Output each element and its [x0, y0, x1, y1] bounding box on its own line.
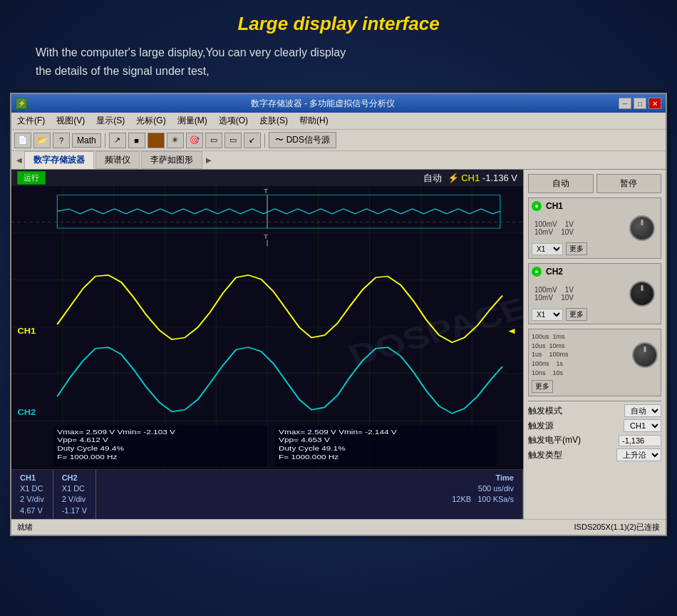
minimize-button[interactable]: ─	[619, 98, 631, 109]
trigger-source-select[interactable]: CH1	[624, 419, 661, 432]
ch1-dot: ●	[532, 201, 542, 211]
auto-button[interactable]: 自动	[528, 174, 594, 193]
ch2-info-detail: X1 DC	[62, 483, 87, 494]
time-row3: 1us 100ms	[532, 350, 569, 359]
tab-next[interactable]: ▶	[204, 156, 214, 164]
svg-text:Duty Cycle 49.1%: Duty Cycle 49.1%	[279, 445, 346, 452]
tb-box2-icon[interactable]: ▭	[224, 133, 242, 148]
tb-help-icon[interactable]: ?	[53, 133, 70, 148]
title-bar: ⚡ 数字存储波器 - 多功能虚拟信号分析仪 ─ □ ✕	[11, 94, 666, 113]
status-bar: 就绪 ISDS205X(1.1)(2)已连接	[11, 519, 666, 535]
right-panel: 自动 暂停 ● CH1 100mV 1V 10mV 10V	[523, 170, 666, 519]
osc-display: 运行 自动 ⚡ CH1 -1.136 V	[11, 170, 523, 519]
svg-text:F= 1000.000 Hz: F= 1000.000 Hz	[279, 453, 338, 460]
osc-svg-container: T CH1 CH2 T Vmax	[11, 186, 523, 468]
ch1-vdiv: 2 V/div	[20, 494, 44, 505]
menu-skin[interactable]: 皮肤(S)	[257, 114, 291, 128]
ch1-info-label: CH1	[20, 473, 44, 483]
ch2-knob[interactable]	[629, 281, 655, 307]
running-badge: 运行	[17, 171, 46, 185]
osc-svg: T CH1 CH2 T Vmax	[11, 186, 523, 468]
bottom-info-bar: CH1 X1 DC 2 V/div 4.67 V CH2 X1 DC 2 V/d…	[11, 469, 523, 520]
ch1-knob-labels: 100mV 1V 10mV 10V	[534, 220, 574, 236]
tb-cursor-icon[interactable]: ↗	[109, 133, 126, 148]
math-button[interactable]: Math	[72, 133, 101, 148]
ch1-info: CH1 X1 DC 2 V/div 4.67 V	[11, 470, 53, 520]
main-content: 运行 自动 ⚡ CH1 -1.136 V	[11, 170, 666, 519]
ch2-row: X1X10 更多	[532, 308, 658, 321]
osc-status: 自动 ⚡ CH1 -1.136 V	[423, 172, 517, 185]
ch1-row: X1X10 更多	[532, 242, 658, 255]
header-section: Large display interface With the compute…	[0, 0, 677, 87]
ch1-label: CH1	[546, 201, 563, 211]
svg-text:Vmax= 2.509 V  Vmin= -2.144 V: Vmax= 2.509 V Vmin= -2.144 V	[279, 428, 398, 435]
trigger-level-input[interactable]	[619, 435, 661, 446]
menu-display[interactable]: 显示(S)	[93, 114, 128, 128]
subtitle-line1: With the computer's large display,You ca…	[36, 46, 346, 58]
tab-lissajous[interactable]: 李萨如图形	[141, 151, 202, 169]
ch1-knob[interactable]	[629, 215, 655, 241]
svg-text:CH2: CH2	[18, 409, 36, 416]
dds-label: DDS信号源	[286, 134, 330, 146]
svg-text:Duty Cycle 49.4%: Duty Cycle 49.4%	[57, 445, 124, 452]
toolbar: 📄 📂 ? Math ↗ ■ ✳ 🎯 ▭ ▭ ↙ 〜 DDS信号源	[11, 130, 666, 151]
tb-open-icon[interactable]: 📂	[33, 133, 51, 148]
tb-box1-icon[interactable]: ▭	[205, 133, 222, 148]
maximize-button[interactable]: □	[634, 98, 646, 109]
window-title: 数字存储波器 - 多功能虚拟信号分析仪	[27, 98, 619, 110]
time-knob-area: 100us 1ms 10us 10ms 1us 100ms 100ns 1s 1…	[532, 332, 658, 377]
ch1-select[interactable]: X1X10	[532, 243, 563, 255]
trigger-level-row: 触发电平(mV)	[528, 434, 661, 446]
tab-spectrum[interactable]: 频谱仪	[95, 151, 140, 169]
trigger-source-label: 触发源	[528, 420, 554, 432]
time-row5: 10ns 10s	[532, 369, 569, 378]
tab-prev[interactable]: ◀	[14, 156, 24, 164]
tb-new-icon[interactable]: 📄	[14, 133, 31, 148]
ch2-select[interactable]: X1X10	[532, 309, 563, 321]
dds-wave-icon: 〜	[275, 134, 284, 146]
app-icon: ⚡	[16, 98, 27, 109]
tb-arrow-icon[interactable]: ↙	[244, 133, 261, 148]
tab-oscilloscope[interactable]: 数字存储波器	[24, 151, 94, 169]
menu-file[interactable]: 文件(F)	[14, 114, 48, 128]
menu-view[interactable]: 视图(V)	[53, 114, 88, 128]
ch1-range-top: 100mV 1V	[534, 220, 574, 228]
tb-stop-icon[interactable]: ■	[128, 133, 145, 148]
status-left: 就绪	[17, 522, 33, 533]
subtitle-line2: the details of the signal under test,	[36, 65, 210, 77]
ch2-section: ● CH2 100mV 1V 10mV 10V X1X10	[528, 263, 661, 324]
trigger-level-label: 触发电平(mV)	[528, 434, 581, 446]
tb-target-icon[interactable]: 🎯	[186, 133, 203, 148]
menu-cursor[interactable]: 光标(G)	[133, 114, 168, 128]
svg-text:Vpp= 4.612 V: Vpp= 4.612 V	[57, 436, 109, 443]
toolbar-separator2	[264, 133, 265, 148]
trigger-type-select[interactable]: 上升沿	[616, 448, 661, 461]
menu-options[interactable]: 选项(O)	[216, 114, 251, 128]
ch2-dot: ●	[532, 267, 542, 277]
trigger-section: 触发模式 自动 触发源 CH1 触发电平(mV)	[528, 401, 661, 463]
tb-star-icon[interactable]: ✳	[167, 133, 184, 148]
tab-bar: ◀ 数字存储波器 频谱仪 李萨如图形 ▶	[11, 151, 666, 170]
time-knob[interactable]	[632, 342, 658, 368]
trigger-mode-label: 触发模式	[528, 405, 562, 417]
time-more-button[interactable]: 更多	[532, 380, 553, 393]
ch2-range-top: 100mV 1V	[534, 286, 574, 294]
ch2-more-button[interactable]: 更多	[566, 308, 587, 321]
ch1-info-detail: X1 DC	[20, 483, 44, 494]
trigger-mode-select[interactable]: 自动	[624, 404, 661, 417]
menu-measure[interactable]: 测量(M)	[175, 114, 210, 128]
close-button[interactable]: ✕	[648, 98, 661, 109]
pause-button[interactable]: 暂停	[596, 174, 662, 193]
time-row1: 100us 1ms	[532, 332, 569, 342]
svg-text:Vmax= 2.509 V  Vmin= -2.103 V: Vmax= 2.509 V Vmin= -2.103 V	[57, 428, 176, 435]
dds-button[interactable]: 〜 DDS信号源	[269, 132, 336, 148]
subtitle: With the computer's large display,You ca…	[36, 43, 648, 80]
ch1-more-button[interactable]: 更多	[566, 242, 587, 255]
tb-color-icon[interactable]	[148, 133, 165, 148]
menu-help[interactable]: 帮助(H)	[296, 114, 331, 128]
ch2-header: ● CH2	[532, 267, 658, 277]
spacer	[96, 470, 443, 520]
auto-pause-row: 自动 暂停	[528, 174, 661, 193]
menu-bar: 文件(F) 视图(V) 显示(S) 光标(G) 测量(M) 选项(O) 皮肤(S…	[11, 113, 666, 130]
ch1-knob-area: 100mV 1V 10mV 10V	[532, 214, 658, 242]
